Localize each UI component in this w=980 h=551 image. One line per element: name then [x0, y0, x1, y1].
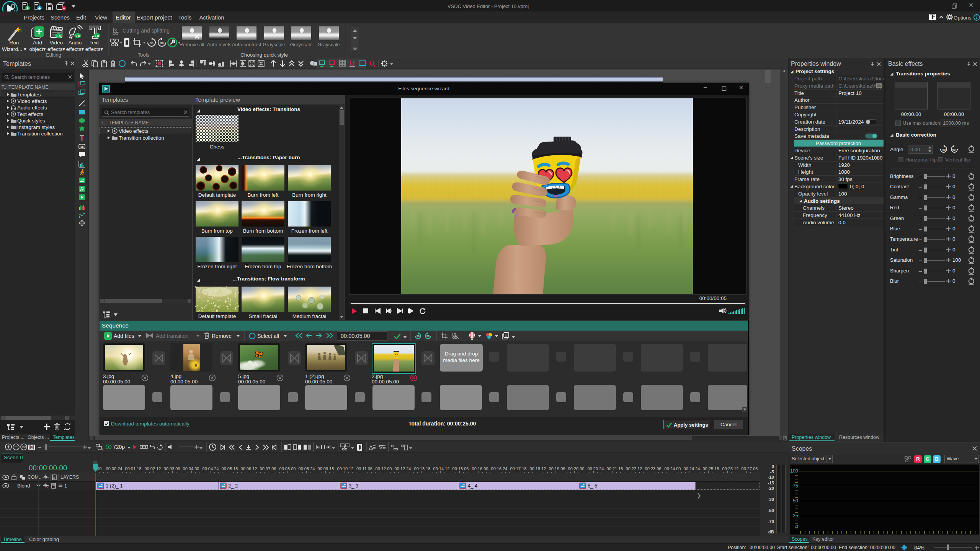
svg-text:FX: FX: [75, 34, 80, 38]
svg-text:FX: FX: [95, 34, 99, 38]
svg-text:FX: FX: [56, 34, 61, 38]
svg-text:90: 90: [942, 148, 946, 152]
svg-text:100: 100: [21, 446, 26, 448]
svg-text:T: T: [80, 134, 84, 142]
svg-text:CC: CC: [80, 145, 84, 149]
svg-text:90: 90: [426, 335, 430, 337]
svg-text:90: 90: [416, 335, 420, 337]
svg-text:90: 90: [952, 148, 956, 152]
